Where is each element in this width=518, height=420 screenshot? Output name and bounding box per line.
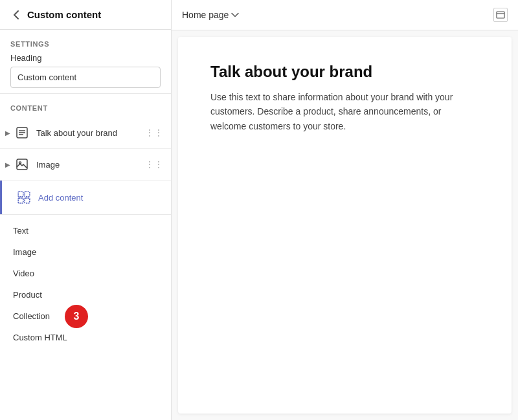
right-panel: Home page Talk about your brand Use this… (172, 0, 518, 420)
badge-number: 3 (65, 305, 88, 328)
left-panel: Custom content SETTINGS Heading CONTENT … (0, 0, 172, 420)
content-section-label: CONTENT (0, 94, 171, 117)
page-name: Home page (182, 10, 229, 20)
svg-rect-8 (18, 198, 23, 203)
content-item-talk[interactable]: ▶ Talk about your brand ⋮⋮ (0, 117, 171, 149)
dropdown-item-custom-html[interactable]: Custom HTML (0, 327, 171, 348)
expand-arrow-image[interactable]: ▶ (3, 161, 13, 168)
drag-handle-talk[interactable]: ⋮⋮ (142, 127, 166, 138)
right-header: Home page (172, 0, 518, 30)
dropdown-item-product[interactable]: Product (0, 284, 171, 305)
preview-toggle-icon[interactable] (493, 8, 508, 22)
heading-label: Heading (0, 53, 171, 67)
page-selector-chevron-icon (231, 11, 239, 19)
talk-about-label: Talk about your brand (36, 128, 142, 138)
svg-rect-10 (497, 12, 504, 18)
svg-rect-7 (25, 192, 30, 197)
panel-header: Custom content (0, 0, 171, 30)
image-block-icon (13, 155, 31, 173)
panel-body: SETTINGS Heading CONTENT ▶ Talk about yo… (0, 30, 171, 420)
dropdown-item-text[interactable]: Text (0, 220, 171, 241)
dropdown-section: Text Image Video Product Collection 3 Cu… (0, 215, 171, 353)
add-content-icon (15, 188, 33, 206)
text-block-icon (13, 124, 31, 142)
brand-description: Use this text to share information about… (210, 90, 456, 133)
settings-section: SETTINGS Heading (0, 30, 171, 94)
drag-handle-image[interactable]: ⋮⋮ (142, 159, 166, 170)
svg-rect-6 (18, 192, 23, 197)
dropdown-item-video[interactable]: Video (0, 263, 171, 284)
content-item-image[interactable]: ▶ Image ⋮⋮ (0, 149, 171, 181)
panel-title: Custom content (27, 9, 101, 20)
brand-title: Talk about your brand (210, 63, 486, 81)
svg-rect-4 (17, 159, 27, 170)
heading-input[interactable] (10, 67, 161, 88)
content-section: CONTENT ▶ Talk about your brand ⋮⋮ ▶ (0, 94, 171, 215)
dropdown-list: Text Image Video Product Collection 3 Cu… (0, 215, 171, 353)
back-button[interactable] (10, 10, 22, 20)
image-label: Image (36, 160, 142, 170)
svg-rect-9 (25, 198, 30, 203)
add-content-button[interactable]: Add content (0, 181, 171, 214)
page-selector[interactable]: Home page (182, 10, 239, 20)
dropdown-item-image[interactable]: Image (0, 241, 171, 263)
expand-arrow-talk[interactable]: ▶ (3, 129, 13, 137)
dropdown-item-collection[interactable]: Collection 3 (0, 305, 171, 327)
add-content-label: Add content (38, 193, 83, 203)
settings-section-label: SETTINGS (0, 30, 171, 53)
preview-area: Talk about your brand Use this text to s… (178, 37, 512, 414)
